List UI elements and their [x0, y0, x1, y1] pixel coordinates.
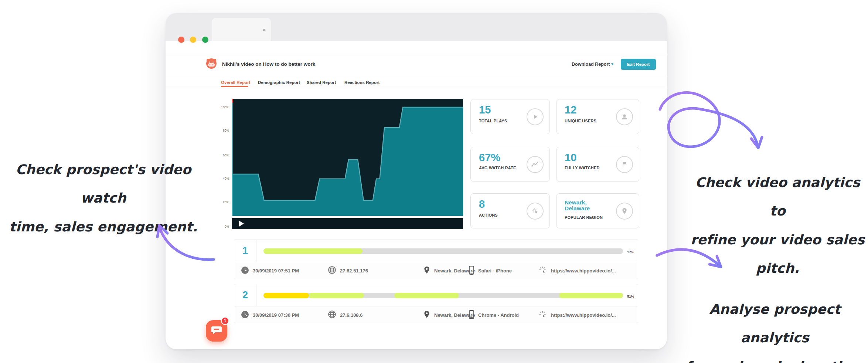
watch-segment — [309, 293, 364, 298]
hippo-logo-icon — [205, 58, 217, 71]
exit-report-button[interactable]: Exit Report — [621, 59, 656, 70]
phone-icon — [468, 265, 475, 276]
stat-value: 8 — [479, 199, 485, 210]
actions-icon — [527, 203, 544, 220]
tabs-divider — [166, 88, 667, 88]
stat-value: 15 — [479, 105, 491, 116]
phone-icon — [468, 310, 475, 320]
annotation-bottom-right: Analyse prospect analytics for region, d… — [682, 295, 868, 363]
detail-time: 30/09/2019 07:30 PM — [241, 306, 299, 323]
active-tab-underline — [221, 86, 248, 87]
traffic-light-close-icon[interactable] — [178, 37, 184, 43]
tab-overall-report[interactable]: Overall Report — [221, 80, 250, 85]
prospect-row[interactable]: 1 17% 30/09/2019 07:51 PM 27.62.51.176 N… — [234, 240, 638, 279]
clock-icon — [241, 310, 249, 320]
detail-url: https://www.hippovideo.io/... — [538, 306, 616, 323]
stat-card-unique-users[interactable]: 12 UNIQUE USERS — [556, 99, 639, 134]
video-control-bar — [232, 218, 463, 229]
detail-ip: 27.62.51.176 — [327, 262, 368, 279]
page-canvas: × Nikhil's video on How to do better wor… — [0, 0, 868, 363]
play-button-icon[interactable] — [239, 221, 244, 227]
globe-icon — [327, 265, 337, 276]
y-axis-tick: 40% — [217, 177, 229, 180]
page-title: Nikhil's video on How to do better work — [222, 61, 315, 67]
detail-time: 30/09/2019 07:51 PM — [241, 262, 299, 279]
stat-label: UNIQUE USERS — [565, 119, 609, 124]
watch-segment — [263, 293, 309, 298]
detail-url-link[interactable]: https://www.hippovideo.io/... — [551, 268, 616, 274]
chat-notification-badge: 1 — [221, 317, 229, 325]
clock-icon — [241, 266, 249, 276]
tab-shared-report[interactable]: Shared Report — [307, 80, 336, 85]
tab-demographic-report[interactable]: Demographic Report — [258, 80, 300, 85]
stat-label: ACTIONS — [479, 213, 523, 218]
y-axis-tick: 0% — [217, 225, 229, 228]
detail-ip: 27.6.108.6 — [327, 306, 362, 323]
location-pin-icon — [423, 266, 431, 276]
play-icon — [527, 108, 544, 125]
y-axis-tick: 60% — [217, 153, 229, 157]
traffic-light-maximize-icon[interactable] — [202, 37, 208, 43]
header-top-divider — [166, 54, 667, 54]
watch-segment — [263, 248, 362, 254]
y-axis-tick: 20% — [217, 200, 229, 204]
prospect-row[interactable]: 2 51% 30/09/2019 07:30 PM 27.6.108.6 New… — [234, 284, 638, 323]
tab-reactions-report[interactable]: Reactions Report — [344, 80, 379, 85]
stat-label: AVG WATCH RATE — [479, 166, 523, 171]
stat-card-popular-region[interactable]: Newark, Delaware POPULAR REGION — [556, 193, 639, 228]
watch-segment — [559, 293, 623, 298]
prospect-index: 2 — [234, 284, 256, 306]
stat-card-avg-watch-rate[interactable]: 67% AVG WATCH RATE — [470, 147, 550, 182]
y-axis-tick: 80% — [217, 129, 229, 132]
trend-icon — [527, 156, 544, 173]
browser-tab[interactable]: × — [212, 18, 271, 41]
prospect-details: 30/09/2019 07:51 PM 27.62.51.176 Newark,… — [234, 262, 638, 279]
globe-icon — [327, 310, 337, 320]
stat-value: 67% — [479, 152, 500, 163]
chart-left-axis — [232, 99, 233, 229]
stat-value: 12 — [565, 105, 576, 116]
detail-device: Chrome - Android — [468, 306, 519, 323]
stat-label: POPULAR REGION — [565, 215, 609, 220]
stat-card-total-plays[interactable]: 15 TOTAL PLAYS — [470, 99, 550, 134]
location-pin-icon — [423, 310, 431, 320]
stat-label: FULLY WATCHED — [565, 166, 609, 171]
chat-bubble-icon — [211, 325, 222, 336]
header-bottom-divider — [166, 74, 667, 74]
arrow-top-right-icon — [660, 92, 762, 148]
watch-segment — [394, 293, 459, 298]
watch-percent: 51% — [627, 294, 634, 298]
prospect-details: 30/09/2019 07:30 PM 27.6.108.6 Newark, D… — [234, 306, 638, 323]
browser-chrome: × — [166, 13, 667, 41]
detail-url-link[interactable]: https://www.hippovideo.io/... — [551, 312, 616, 318]
video-watch-rate-chart[interactable] — [232, 99, 463, 229]
flag-icon — [616, 156, 633, 173]
annotation-top-right: Check video analytics to refine your vid… — [687, 168, 868, 283]
chart-start-marker — [232, 99, 233, 103]
tab-close-icon[interactable]: × — [262, 26, 266, 33]
watch-progress-bar — [263, 293, 623, 298]
click-icon — [538, 265, 548, 276]
traffic-light-minimize-icon[interactable] — [190, 37, 196, 43]
y-axis-tick: 100% — [217, 105, 229, 109]
chevron-down-icon[interactable]: ▼ — [610, 62, 614, 66]
detail-location: Newark, Delaware — [423, 306, 475, 323]
detail-device: Safari - iPhone — [468, 262, 512, 279]
location-icon — [616, 203, 633, 220]
stat-card-fully-watched[interactable]: 10 FULLY WATCHED — [556, 147, 639, 182]
detail-url: https://www.hippovideo.io/... — [538, 262, 616, 279]
watch-progress-bar — [263, 248, 623, 254]
stat-label: TOTAL PLAYS — [479, 119, 523, 124]
watch-percent: 17% — [627, 250, 634, 254]
watch-rate-area — [232, 99, 463, 229]
detail-location: Newark, Delaware — [423, 262, 475, 279]
annotation-left: Check prospect's video watch time, sales… — [4, 155, 203, 241]
user-icon — [616, 108, 633, 125]
prospect-index: 1 — [234, 240, 256, 262]
stat-value: 10 — [565, 152, 576, 163]
download-report-button[interactable]: Download Report — [572, 62, 610, 67]
stat-value: Newark, Delaware — [565, 200, 605, 211]
click-icon — [538, 310, 548, 320]
stat-card-actions[interactable]: 8 ACTIONS — [470, 193, 550, 228]
